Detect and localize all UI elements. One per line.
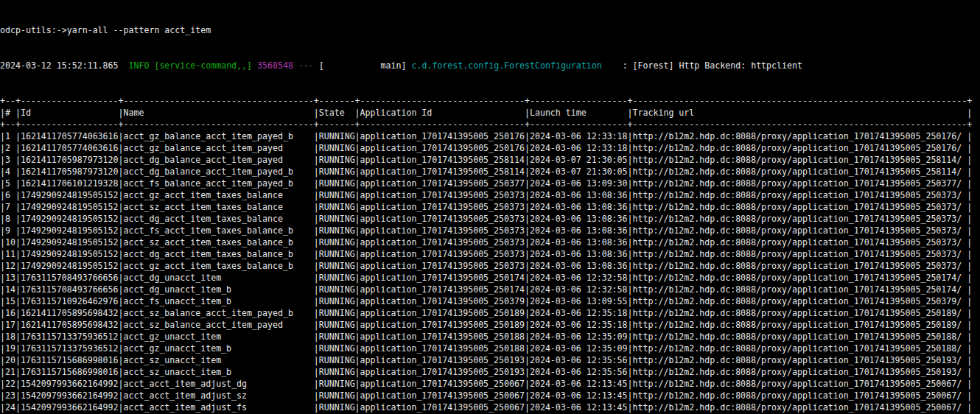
terminal-screen[interactable]: odcp-utils:->yarn-all --pattern acct_ite… [0,0,980,414]
table-row: |16|1621411705895698432|acct_sz_balance_… [0,307,980,319]
table-row: |10|1749290924819505152|acct_sz_acct_ite… [0,236,980,248]
log-segment-default: : [Forest] Http Backend: httpclient [602,60,802,71]
table-row: |11|1749290924819505152|acct_dg_acct_ite… [0,248,980,260]
yarn-applications-table: +--+-------------------+----------------… [0,95,980,414]
table-row: |9 |1749290924819505152|acct_fs_acct_ite… [0,225,980,236]
table-border: +--+-------------------+----------------… [0,119,980,130]
log-segment-cyan: c.d.forest.config.ForestConfiguration [411,60,601,71]
table-border: +--+-------------------+----------------… [0,95,980,107]
log-segment-magenta: 3568548 [257,60,293,71]
table-row: |19|1763115713375936512|acct_gz_unacct_i… [0,343,980,354]
table-header: |# |Id |Name |State |Application Id |Lau… [0,107,980,119]
table-row: |7 |1749290924819505152|acct_sz_acct_ite… [0,201,980,213]
table-row: |17|1621411705895698432|acct_sz_balance_… [0,319,980,331]
table-row: |5 |1621411706101219328|acct_fs_balance_… [0,178,980,189]
log-segment-green: INFO [service-command,,] [124,60,253,71]
log-segment-default: [ main] [314,60,412,71]
table-row: |6 |1749290924819505152|acct_gz_acct_ite… [0,189,980,201]
log-segment-default [252,60,257,71]
command-line: odcp-utils:->yarn-all --pattern acct_ite… [0,24,980,36]
table-row: |1 |1621411705774063616|acct_gz_balance_… [0,130,980,142]
table-row: |12|1749290924819505152|acct_gz_acct_ite… [0,260,980,272]
table-row: |8 |1749290924819505152|acct_dg_acct_ite… [0,213,980,225]
log-segment-default [293,60,298,71]
table-row: |23|1542097993662164992|acct_acct_item_a… [0,390,980,401]
table-row: |24|1542097993662164992|acct_acct_item_a… [0,401,980,413]
table-row: |2 |1621411705774063616|acct_gz_balance_… [0,142,980,154]
table-row: |22|1542097993662164992|acct_acct_item_a… [0,378,980,390]
log-segment-default: 2024-03-12 15:52:11.865 [0,60,124,71]
log-segment-dim: --- [298,60,314,71]
table-row: |14|1763115708493766656|acct_dg_unacct_i… [0,284,980,295]
table-row: |3 |1621411705987973120|acct_dg_balance_… [0,154,980,166]
table-row: |15|1763115710926462976|acct_fs_unacct_i… [0,295,980,307]
table-row: |18|1763115713375936512|acct_gz_unacct_i… [0,331,980,343]
log-line: 2024-03-12 15:52:11.865 INFO [service-co… [0,60,980,71]
table-row: |21|1763115715686998016|acct_sz_unacct_i… [0,366,980,378]
table-row: |4 |1621411705987973120|acct_dg_balance_… [0,166,980,178]
table-row: |20|1763115715686998016|acct_sz_unacct_i… [0,354,980,366]
table-row: |13|1763115708493766656|acct_dg_unacct_i… [0,272,980,284]
